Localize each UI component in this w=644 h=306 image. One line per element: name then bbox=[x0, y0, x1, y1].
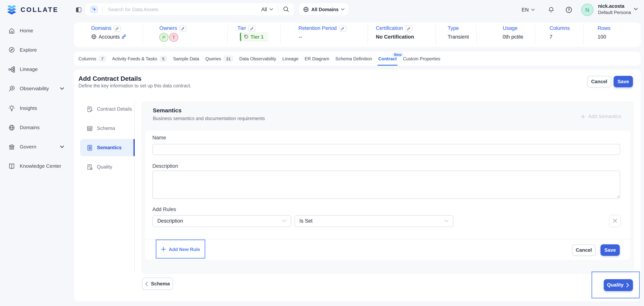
step-quality[interactable]: Quality bbox=[80, 158, 134, 175]
add-new-rule-button[interactable]: Add New Rule bbox=[161, 247, 200, 252]
owner-avatar[interactable]: T bbox=[169, 32, 178, 42]
certification-value: No Certification bbox=[376, 34, 414, 39]
owner-avatar[interactable]: P bbox=[159, 32, 168, 42]
sidebar-item-explore[interactable]: Explore bbox=[0, 41, 74, 58]
chevron-down-icon bbox=[270, 8, 273, 10]
app: COLLATE All All Domains EN ? bbox=[0, 0, 644, 306]
collate-logo-icon bbox=[6, 4, 18, 15]
divider bbox=[278, 6, 278, 13]
step-schema[interactable]: Schema bbox=[80, 120, 134, 137]
rule-save-button[interactable]: Save bbox=[600, 244, 620, 256]
tab-contract[interactable]: ContractBeta bbox=[378, 52, 397, 66]
contract-details-icon bbox=[86, 106, 93, 112]
add-semantics-button[interactable]: Add Semantics bbox=[581, 114, 622, 119]
tab-data-observability[interactable]: Data Observability bbox=[239, 52, 276, 66]
asset-tabs: Columns7 Activity Feeds & Tasks5 Sample … bbox=[74, 52, 640, 66]
save-button[interactable]: Save bbox=[614, 76, 633, 87]
semantics-icon bbox=[86, 145, 93, 151]
description-label: Description bbox=[152, 163, 178, 169]
back-schema-button[interactable]: Schema bbox=[142, 278, 173, 290]
cancel-button[interactable]: Cancel bbox=[587, 76, 611, 87]
remove-rule-button[interactable] bbox=[609, 215, 621, 227]
plus-icon bbox=[161, 247, 166, 252]
step-semantics[interactable]: Semantics bbox=[80, 139, 134, 156]
page-title: Add Contract Details bbox=[78, 75, 141, 82]
tab-er-diagram[interactable]: ER Diagram bbox=[305, 52, 329, 66]
globe-icon bbox=[91, 34, 96, 39]
page-subtitle: Define the key information to set up thi… bbox=[78, 83, 191, 88]
quality-focus-ring: Quality bbox=[592, 271, 640, 299]
retention-label: Retention Period bbox=[298, 25, 346, 31]
chevron-down-icon bbox=[444, 220, 448, 222]
language-select[interactable]: EN bbox=[522, 0, 535, 20]
lineage-icon bbox=[8, 66, 15, 73]
rule-field-select[interactable]: Description bbox=[152, 215, 291, 227]
sidebar-item-domains[interactable]: Domains bbox=[0, 119, 74, 136]
sidebar-item-govern[interactable]: Govern bbox=[0, 138, 74, 155]
ai-sparkle-button[interactable] bbox=[90, 5, 98, 13]
sidebar-item-knowledge-center[interactable]: Knowledge Center bbox=[0, 157, 74, 174]
search-input[interactable] bbox=[108, 6, 261, 12]
step-contract-details[interactable]: Contract Details bbox=[80, 100, 134, 118]
chevron-left-icon bbox=[145, 281, 148, 286]
user-name: nick.acosta bbox=[598, 3, 631, 9]
search-icon[interactable] bbox=[283, 6, 289, 12]
sidebar-item-home[interactable]: Home bbox=[0, 22, 74, 39]
user-menu-chevron-icon[interactable] bbox=[634, 8, 638, 10]
domains-icon bbox=[8, 124, 15, 131]
domains-value[interactable]: Accounts bbox=[91, 34, 126, 39]
edit-retention-button[interactable] bbox=[339, 25, 346, 31]
tab-activity-feeds[interactable]: Activity Feeds & Tasks5 bbox=[112, 52, 167, 66]
search-scope-select[interactable]: All bbox=[261, 6, 273, 12]
plus-icon bbox=[581, 114, 586, 119]
owners-value[interactable]: P T bbox=[159, 32, 178, 42]
type-label: Type bbox=[448, 25, 459, 31]
sidebar-item-insights[interactable]: Insights bbox=[0, 100, 74, 117]
observability-icon bbox=[8, 85, 15, 92]
tab-columns[interactable]: Columns7 bbox=[78, 52, 106, 66]
tab-schema-definition[interactable]: Schema Definition bbox=[335, 52, 372, 66]
divider bbox=[102, 6, 103, 13]
next-quality-button[interactable]: Quality bbox=[604, 279, 633, 291]
rule-cancel-button[interactable]: Cancel bbox=[572, 244, 596, 256]
sidebar-item-observability[interactable]: Observability bbox=[0, 80, 74, 97]
certification-label: Certification bbox=[376, 25, 412, 31]
sidebar-item-lineage[interactable]: Lineage bbox=[0, 61, 74, 78]
tab-queries[interactable]: Queries31 bbox=[206, 52, 233, 66]
help-icon[interactable]: ? bbox=[566, 7, 572, 13]
name-input[interactable] bbox=[152, 144, 620, 155]
chevron-right-icon bbox=[626, 283, 630, 287]
domain-filter-select[interactable]: All Domains bbox=[299, 3, 349, 15]
add-rules-label: Add Rules bbox=[152, 207, 176, 212]
tab-sample-data[interactable]: Sample Data bbox=[173, 52, 199, 66]
user-avatar[interactable]: N bbox=[581, 4, 594, 16]
edit-tier-button[interactable] bbox=[248, 25, 256, 31]
resize-grip-icon[interactable] bbox=[616, 195, 620, 198]
chevron-down-icon bbox=[282, 220, 286, 222]
globe-icon bbox=[303, 6, 309, 12]
close-icon bbox=[613, 219, 617, 223]
add-new-rule-focus-ring: Add New Rule bbox=[156, 239, 206, 259]
notifications-bell-icon[interactable] bbox=[548, 7, 554, 14]
schema-icon bbox=[86, 125, 93, 132]
semantics-section: Semantics Business semantics and documen… bbox=[142, 102, 634, 273]
edit-domains-button[interactable] bbox=[114, 25, 121, 31]
tier-label: Tier bbox=[238, 25, 256, 31]
retention-value: -- bbox=[299, 34, 302, 39]
description-textarea[interactable] bbox=[152, 170, 620, 199]
brand[interactable]: COLLATE bbox=[6, 4, 59, 15]
global-search: All bbox=[85, 3, 294, 15]
edit-owners-button[interactable] bbox=[180, 25, 186, 31]
user-persona: Default Persona bbox=[598, 9, 631, 15]
rule-operator-select[interactable]: Is Set bbox=[294, 215, 454, 227]
explore-icon bbox=[8, 46, 15, 53]
tab-lineage[interactable]: Lineage bbox=[282, 52, 298, 66]
sidebar-toggle-icon[interactable] bbox=[76, 7, 81, 12]
tab-custom-properties[interactable]: Custom Properties bbox=[403, 52, 440, 66]
insights-icon bbox=[8, 105, 15, 112]
user-menu[interactable]: nick.acosta Default Persona bbox=[598, 3, 631, 15]
knowledge-center-icon bbox=[8, 163, 15, 170]
home-icon bbox=[8, 27, 15, 34]
edit-certification-button[interactable] bbox=[406, 25, 412, 31]
tier-badge[interactable]: Tier 1 bbox=[240, 32, 268, 41]
